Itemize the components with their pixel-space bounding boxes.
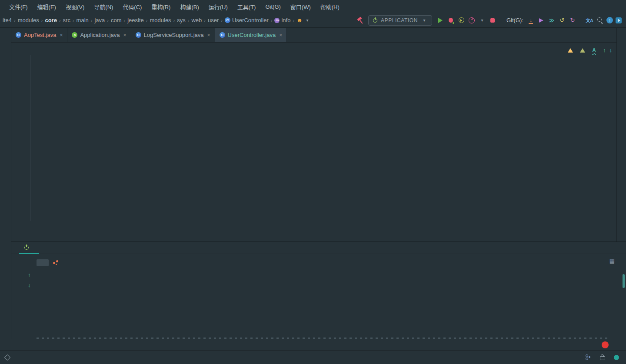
close-icon[interactable]: × — [207, 32, 210, 38]
tab-console[interactable] — [37, 259, 49, 266]
breadcrumb-item[interactable]: minfo — [273, 17, 291, 24]
breadcrumb-item[interactable]: CUserController — [224, 17, 270, 24]
breadcrumb-item[interactable]: main — [76, 17, 90, 24]
breadcrumb-label: src — [63, 17, 70, 23]
breadcrumb-item[interactable]: web — [190, 17, 203, 24]
tab-actuator[interactable] — [49, 257, 65, 269]
breadcrumb-label: modules — [18, 17, 39, 23]
breadcrumb-item[interactable]: com — [110, 17, 123, 24]
breadcrumb-label: UserController — [232, 17, 269, 23]
breadcrumb-item[interactable]: sys — [176, 17, 186, 24]
close-icon[interactable]: × — [279, 32, 282, 38]
console-down-icon[interactable]: ↓ — [28, 282, 31, 288]
editor-tab[interactable]: sApplication.java× — [67, 28, 131, 42]
trainer-icon[interactable] — [616, 17, 622, 23]
hammer-icon[interactable] — [356, 17, 364, 24]
menu-bar: 文件(F)编辑(E)视图(V)导航(N)代码(C)重构(R)构建(B)运行(U)… — [0, 0, 626, 13]
spring-icon: s — [72, 32, 77, 38]
history2-icon[interactable]: ↻ — [569, 17, 576, 24]
history1-icon[interactable]: ↺ — [558, 17, 566, 24]
menu-item[interactable]: 窗口(W) — [286, 3, 316, 11]
menu-item[interactable]: 导航(N) — [89, 3, 118, 11]
breadcrumb-separator: › — [124, 18, 126, 23]
breadcrumb-separator: › — [107, 18, 109, 23]
chev-icon[interactable]: ▾ — [478, 17, 486, 24]
breadcrumb-separator: › — [293, 18, 294, 23]
run-configuration-select[interactable]: APPLICATION▾ — [368, 15, 432, 26]
method-icon: m — [274, 18, 280, 23]
breadcrumb-separator: › — [73, 18, 74, 23]
theme-widget[interactable] — [612, 355, 619, 360]
close-icon[interactable]: × — [60, 32, 63, 38]
editor-tab[interactable]: CLogServiceSupport.java× — [131, 28, 215, 42]
breadcrumb-separator: › — [41, 18, 43, 23]
tab-debugger[interactable] — [24, 259, 37, 266]
menu-item[interactable]: 代码(C) — [118, 3, 147, 11]
menu-item[interactable]: 帮助(H) — [316, 3, 344, 11]
breadcrumb-item[interactable]: ite4 — [2, 17, 13, 24]
event-log-badge — [602, 341, 609, 348]
breadcrumb-item[interactable]: modules — [149, 17, 172, 24]
console-settings-icon[interactable]: ▦ — [609, 258, 615, 264]
code-editor[interactable]: A ↑ ↓ — [11, 43, 616, 242]
tab-label: UserController.java — [228, 32, 276, 38]
breadcrumb-item[interactable]: core — [44, 17, 57, 24]
breadcrumb-label: java — [94, 17, 105, 23]
menu-item[interactable]: 编辑(E) — [33, 3, 61, 11]
breadcrumb-item[interactable]: user — [207, 17, 220, 24]
menu-item[interactable]: 工具(T) — [233, 3, 261, 11]
editor-tab[interactable]: CUserController.java× — [215, 28, 287, 42]
breadcrumb-separator: › — [188, 18, 190, 23]
class-icon: C — [225, 17, 230, 23]
breadcrumb-item[interactable]: modules — [17, 17, 40, 24]
lock-icon[interactable] — [599, 354, 605, 360]
update-icon[interactable]: ↑ — [606, 17, 613, 23]
left-tool-stripe — [0, 28, 11, 339]
menu-item[interactable]: 构建(B) — [175, 3, 203, 11]
search-icon[interactable] — [596, 17, 604, 24]
breadcrumb: ite4›modules›core›src›main›java›com›jees… — [0, 17, 311, 24]
breadcrumb-item[interactable]: src — [62, 17, 71, 24]
close-icon[interactable]: × — [123, 32, 127, 38]
event-log-button[interactable] — [602, 341, 626, 348]
menu-item[interactable]: 视图(V) — [61, 3, 89, 11]
breadcrumb-item[interactable]: java — [93, 17, 106, 24]
git-update-icon[interactable]: ↓ — [527, 17, 535, 24]
status-bar — [0, 350, 626, 364]
git-merge-icon[interactable]: ≫ — [548, 17, 556, 24]
git-branch-widget[interactable] — [585, 354, 593, 360]
menu-item[interactable]: 重构(R) — [147, 3, 175, 11]
profiler-icon[interactable] — [468, 17, 476, 24]
typo-icon: A — [592, 47, 596, 53]
menu-item[interactable]: Git(G) — [260, 3, 285, 10]
git-push-icon[interactable] — [537, 17, 545, 24]
inspections-widget[interactable]: A ↑ ↓ — [568, 47, 612, 53]
chevron-down-icon: ▾ — [420, 17, 428, 24]
console-up-icon[interactable]: ↑ — [28, 271, 31, 278]
debug-session-tab[interactable] — [19, 242, 39, 254]
next-problem-icon[interactable]: ↓ — [609, 47, 613, 53]
breadcrumb-separator: › — [14, 18, 16, 23]
bug-icon[interactable] — [447, 17, 455, 24]
weak-warning-icon — [580, 48, 585, 53]
prev-problem-icon[interactable]: ↑ — [603, 47, 606, 53]
editor-tab[interactable]: CAopTest.java× — [11, 28, 67, 42]
stop-icon[interactable] — [489, 17, 496, 24]
layout-icon[interactable] — [4, 354, 10, 360]
tab-label: Application.java — [80, 32, 120, 38]
chevron-down-icon[interactable]: ▾ — [303, 17, 311, 24]
breadcrumb-item[interactable]: jeesite — [127, 17, 145, 24]
menu-item[interactable]: 文件(F) — [4, 3, 33, 11]
translate-icon[interactable]: 文A — [586, 17, 593, 24]
breadcrumb-label: ite4 — [3, 17, 12, 23]
git-label: Git(G): — [506, 17, 523, 23]
coverage-icon[interactable] — [457, 17, 465, 24]
menu-item[interactable]: 运行(U) — [204, 3, 233, 11]
play-icon[interactable] — [436, 17, 444, 24]
users-icon[interactable]: ☻ — [296, 17, 303, 24]
class-icon: C — [16, 32, 21, 38]
branch-icon — [585, 354, 590, 360]
breadcrumb-separator: › — [204, 18, 206, 23]
run-config-icon — [23, 245, 30, 251]
console-scrollbar[interactable] — [623, 274, 625, 288]
